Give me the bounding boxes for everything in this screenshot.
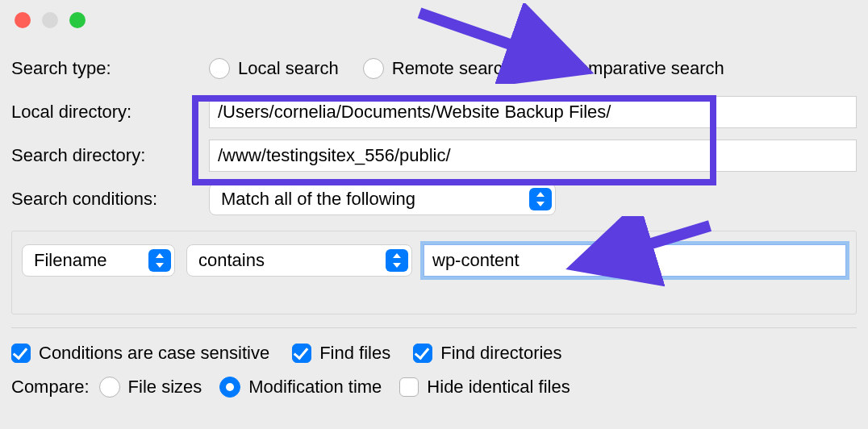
checkbox-label: Hide identical files: [427, 377, 570, 398]
condition-field-select[interactable]: Filename: [22, 244, 175, 277]
search-directory-label: Search directory:: [11, 145, 209, 166]
local-directory-label: Local directory:: [11, 102, 209, 123]
checkbox-label: Find directories: [440, 343, 561, 364]
radio-label: Comparative search: [565, 58, 724, 79]
compare-label: Compare:: [11, 377, 90, 398]
checkbox-icon: [292, 344, 311, 363]
checkbox-label: Conditions are case sensitive: [39, 343, 269, 364]
window-titlebar: [0, 0, 868, 40]
radio-icon: [536, 58, 557, 79]
radio-comparative-search[interactable]: Comparative search: [536, 58, 724, 79]
radio-icon: [219, 377, 240, 398]
radio-icon: [209, 58, 230, 79]
select-value: Match all of the following: [221, 189, 518, 210]
checkbox-find-directories[interactable]: Find directories: [413, 343, 561, 364]
chevron-up-down-icon: [386, 249, 408, 272]
search-type-label: Search type:: [11, 58, 209, 79]
condition-operator-select[interactable]: contains: [186, 244, 412, 277]
condition-row: Filename contains: [11, 231, 857, 314]
radio-icon: [99, 377, 120, 398]
radio-label: Modification time: [248, 377, 382, 398]
checkbox-icon: [413, 344, 432, 363]
checkbox-find-files[interactable]: Find files: [292, 343, 390, 364]
search-conditions-label: Search conditions:: [11, 189, 209, 210]
checkbox-icon: [399, 377, 419, 397]
maximize-window-button[interactable]: [69, 12, 86, 28]
search-directory-input[interactable]: [209, 140, 857, 172]
radio-local-search[interactable]: Local search: [209, 58, 339, 79]
chevron-up-down-icon: [148, 249, 171, 272]
divider: [11, 327, 857, 328]
minimize-window-button[interactable]: [42, 12, 58, 28]
radio-icon: [363, 58, 384, 79]
select-value: Filename: [34, 250, 137, 271]
search-type-radio-group: Local search Remote search Comparative s…: [209, 58, 724, 79]
checkbox-label: Find files: [319, 343, 390, 364]
radio-label: File sizes: [128, 377, 202, 398]
checkbox-icon: [11, 344, 31, 363]
chevron-up-down-icon: [529, 188, 552, 210]
conditions-match-select[interactable]: Match all of the following: [209, 183, 556, 215]
radio-label: Local search: [238, 58, 339, 79]
checkbox-hide-identical[interactable]: Hide identical files: [399, 377, 570, 398]
radio-remote-search[interactable]: Remote search: [363, 58, 512, 79]
condition-value-input[interactable]: [424, 244, 846, 277]
close-window-button[interactable]: [15, 12, 31, 28]
select-value: contains: [198, 250, 374, 271]
local-directory-input[interactable]: [209, 96, 857, 128]
checkbox-case-sensitive[interactable]: Conditions are case sensitive: [11, 343, 269, 364]
radio-label: Remote search: [392, 58, 512, 79]
radio-file-sizes[interactable]: File sizes: [99, 377, 202, 398]
radio-modification-time[interactable]: Modification time: [219, 377, 382, 398]
